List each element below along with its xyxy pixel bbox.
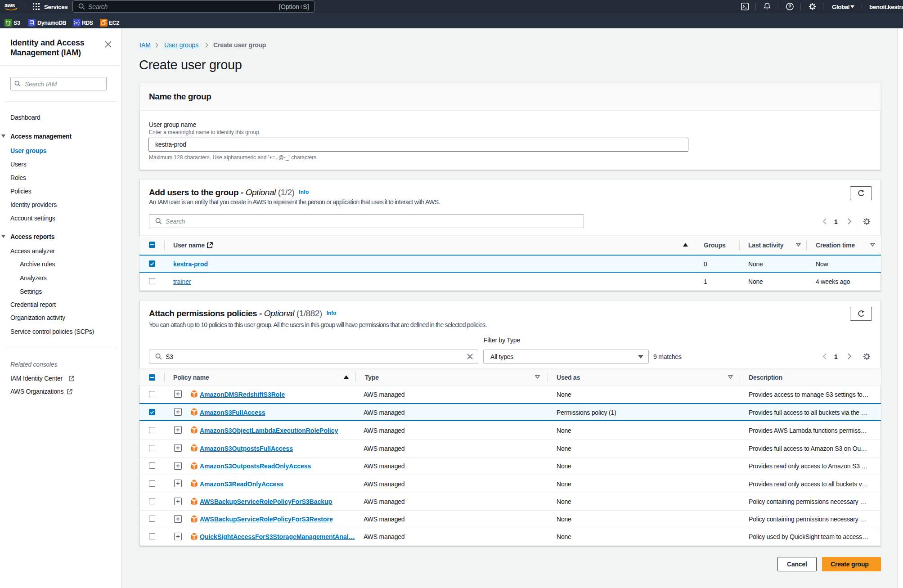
svg-text:?: ?	[788, 4, 791, 9]
svg-text::0:: :0:	[75, 22, 78, 25]
svg-text:aws: aws	[4, 2, 15, 9]
